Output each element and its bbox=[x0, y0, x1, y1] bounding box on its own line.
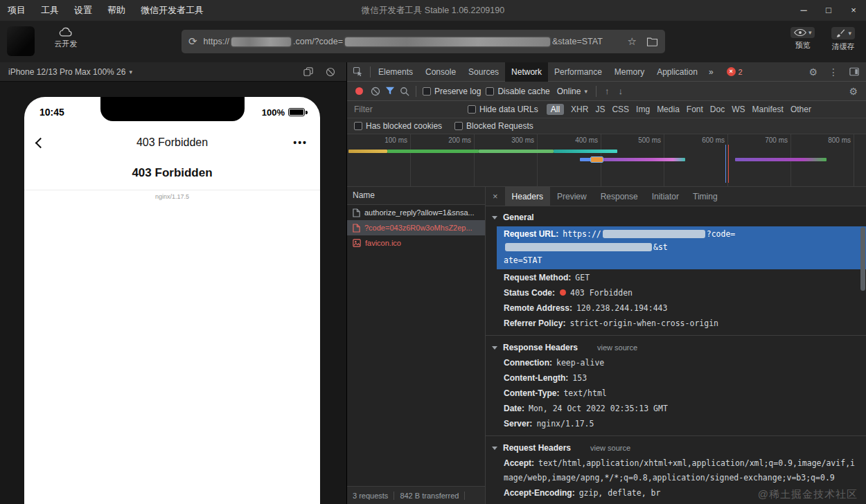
tab-initiator[interactable]: Initiator bbox=[645, 187, 686, 206]
record-button[interactable] bbox=[355, 87, 363, 95]
tab-response[interactable]: Response bbox=[594, 187, 645, 206]
preserve-log-label: Preserve log bbox=[434, 87, 481, 96]
dom-content-loaded-line bbox=[725, 145, 726, 183]
filter-chip-manifest[interactable]: Manifest bbox=[752, 105, 784, 114]
filter-chip-xhr[interactable]: XHR bbox=[571, 105, 588, 114]
waterfall-bar-selected bbox=[591, 157, 603, 162]
refresh-icon[interactable]: ⟳ bbox=[188, 35, 197, 48]
disable-icon[interactable] bbox=[326, 67, 335, 77]
import-har-icon[interactable]: ↑ bbox=[603, 86, 612, 96]
chevron-down-icon[interactable]: ▾ bbox=[129, 69, 132, 75]
scrollbar-thumb[interactable] bbox=[860, 227, 865, 291]
menu-wechat-devtools[interactable]: 微信开发者工具 bbox=[133, 0, 211, 21]
multi-window-icon[interactable] bbox=[303, 67, 313, 77]
more-menu-icon[interactable]: ••• bbox=[293, 137, 308, 148]
chevron-down-icon[interactable]: ▾ bbox=[808, 29, 812, 36]
export-har-icon[interactable]: ↓ bbox=[616, 86, 625, 96]
header-row: Request Method:GET bbox=[486, 271, 866, 286]
url-bar[interactable]: ⟳ https:// .com/?code= &state=STAT ☆ bbox=[182, 30, 665, 53]
request-url-row-highlighted[interactable]: Request URL:https://?code=&st ate=STAT bbox=[497, 226, 866, 269]
filter-chip-js[interactable]: JS bbox=[595, 105, 605, 114]
tick-label: 700 ms bbox=[765, 136, 790, 144]
menu-settings[interactable]: 设置 bbox=[67, 0, 100, 21]
back-icon[interactable] bbox=[35, 137, 46, 148]
more-tabs-icon[interactable]: » bbox=[704, 67, 718, 77]
clear-cache-button[interactable]: ▾ 清缓存 bbox=[831, 27, 855, 52]
tick-label: 200 ms bbox=[448, 136, 474, 144]
section-title: General bbox=[503, 213, 534, 222]
transferred-size: 842 B transferred bbox=[400, 492, 459, 500]
menu-project[interactable]: 项目 bbox=[0, 0, 33, 21]
clear-icon[interactable] bbox=[371, 87, 380, 96]
close-button[interactable]: × bbox=[841, 0, 866, 21]
close-details-icon[interactable]: × bbox=[486, 191, 505, 201]
header-value: 153 bbox=[572, 373, 587, 383]
request-row[interactable]: authorize_reply?allow=1&snsa... bbox=[347, 205, 485, 220]
filter-chip-css[interactable]: CSS bbox=[612, 105, 629, 114]
filter-input[interactable] bbox=[354, 105, 459, 114]
tab-performance[interactable]: Performance bbox=[548, 62, 608, 82]
request-row[interactable]: favicon.ico bbox=[347, 235, 485, 251]
phone-notch bbox=[100, 97, 245, 121]
tab-console[interactable]: Console bbox=[419, 62, 462, 82]
section-request-headers[interactable]: Request Headers view source bbox=[486, 440, 866, 456]
network-settings-gear-icon[interactable]: ⚙ bbox=[849, 86, 860, 97]
menu-help[interactable]: 帮助 bbox=[100, 0, 133, 21]
tick-label: 500 ms bbox=[638, 136, 664, 144]
search-icon[interactable] bbox=[400, 87, 409, 96]
checkbox-icon bbox=[486, 87, 494, 96]
tab-timing[interactable]: Timing bbox=[686, 187, 725, 206]
tab-application[interactable]: Application bbox=[651, 62, 704, 82]
has-blocked-cookies-checkbox[interactable]: Has blocked cookies bbox=[354, 121, 442, 131]
request-row-selected[interactable]: ?code=043z6R0w3oMhsZ2ep... bbox=[347, 220, 485, 235]
tab-sources[interactable]: Sources bbox=[462, 62, 505, 82]
tab-elements[interactable]: Elements bbox=[372, 62, 419, 82]
filter-chip-img[interactable]: Img bbox=[636, 105, 650, 114]
tab-headers[interactable]: Headers bbox=[505, 187, 550, 206]
waterfall-bar bbox=[479, 150, 554, 153]
view-source-link[interactable]: view source bbox=[597, 343, 637, 352]
phone-nav-bar: 403 Forbidden ••• bbox=[24, 127, 320, 158]
menu-tools[interactable]: 工具 bbox=[33, 0, 67, 21]
error-badge[interactable]: × 2 bbox=[727, 67, 743, 76]
filter-chip-ws[interactable]: WS bbox=[732, 105, 745, 114]
filter-chip-all[interactable]: All bbox=[547, 104, 564, 115]
cloud-dev-button[interactable]: 云开发 bbox=[47, 26, 85, 49]
gridline bbox=[410, 134, 411, 186]
filter-funnel-icon[interactable] bbox=[385, 87, 395, 96]
minimize-button[interactable]: ─ bbox=[791, 0, 816, 21]
maximize-button[interactable]: □ bbox=[816, 0, 841, 21]
network-overview-timeline[interactable]: 100 ms 200 ms 300 ms 400 ms 500 ms 600 m… bbox=[347, 134, 866, 187]
view-source-link[interactable]: view source bbox=[590, 444, 630, 452]
preserve-log-checkbox[interactable]: Preserve log bbox=[423, 87, 481, 96]
device-selector[interactable]: iPhone 12/13 Pro Max 100% 26 bbox=[8, 67, 125, 77]
throttling-dropdown[interactable]: Online ▾ bbox=[555, 87, 590, 96]
filter-chip-doc[interactable]: Doc bbox=[710, 105, 725, 114]
column-header-name[interactable]: Name bbox=[347, 187, 485, 205]
filter-chip-other[interactable]: Other bbox=[790, 105, 811, 114]
filter-chip-font[interactable]: Font bbox=[687, 105, 703, 114]
battery-icon bbox=[288, 108, 305, 116]
chevron-down-icon[interactable]: ▾ bbox=[848, 30, 851, 37]
url-scheme: https:// bbox=[204, 37, 230, 46]
tab-preview[interactable]: Preview bbox=[550, 187, 594, 206]
folder-icon[interactable] bbox=[646, 37, 658, 46]
dock-side-icon[interactable] bbox=[845, 67, 863, 76]
section-general[interactable]: General bbox=[486, 209, 866, 226]
kebab-menu-icon[interactable]: ⋮ bbox=[824, 66, 842, 78]
filter-chip-media[interactable]: Media bbox=[657, 105, 680, 114]
section-response-headers[interactable]: Response Headers view source bbox=[486, 339, 866, 356]
divider bbox=[596, 86, 597, 97]
blocked-requests-checkbox[interactable]: Blocked Requests bbox=[454, 121, 533, 131]
star-icon[interactable]: ☆ bbox=[628, 35, 637, 48]
settings-gear-icon[interactable]: ⚙ bbox=[804, 66, 822, 78]
header-row: Status Code:403 Forbidden bbox=[486, 286, 866, 301]
preview-label: 预览 bbox=[795, 40, 811, 51]
disable-cache-checkbox[interactable]: Disable cache bbox=[486, 87, 549, 96]
header-value: nginx/1.17.5 bbox=[536, 419, 594, 429]
preview-button[interactable]: ▾ 预览 bbox=[790, 27, 815, 52]
tab-network[interactable]: Network bbox=[505, 62, 548, 82]
hide-data-urls-checkbox[interactable]: Hide data URLs bbox=[468, 105, 538, 114]
inspect-icon[interactable] bbox=[347, 66, 369, 77]
tab-memory[interactable]: Memory bbox=[608, 62, 651, 82]
